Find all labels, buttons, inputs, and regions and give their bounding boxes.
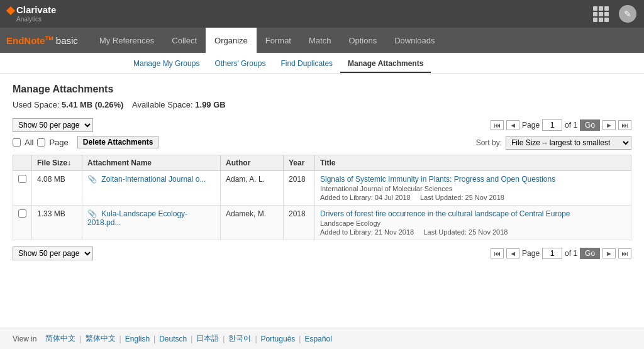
row2-checkbox[interactable]	[18, 209, 26, 218]
avail-value: 1.99 GB	[195, 100, 225, 109]
sort-row: Sort by: File Size -- largest to smalles…	[476, 136, 631, 150]
used-value: 5.41 MB (0.26%)	[62, 100, 123, 109]
footer-lang-en[interactable]: English	[125, 335, 150, 343]
row1-title-link[interactable]: Signals of Systemic Immunity in Plants: …	[320, 175, 555, 184]
next-page-btn-top[interactable]: ►	[602, 120, 616, 130]
per-page-select-top[interactable]: Show 50 per page Show 25 per page Show 1…	[13, 118, 93, 132]
page-label-top: Page	[522, 121, 540, 130]
table-row: 4.08 MB 📎 Zoltan-International Journal o…	[13, 171, 631, 206]
page-title: Manage Attachments	[13, 84, 631, 95]
nav-item-organize[interactable]: Organize	[206, 28, 257, 53]
space-info: Used Space: 5.41 MB (0.26%) Available Sp…	[13, 100, 631, 109]
clarivate-logo: Clarivate	[8, 5, 56, 16]
row2-check-cell	[13, 206, 32, 240]
last-page-btn-top[interactable]: ⏭	[618, 120, 631, 130]
app-tm: TM	[45, 35, 53, 42]
row1-attachment: 📎 Zoltan-International Journal o...	[82, 171, 221, 206]
row1-title: Signals of Systemic Immunity in Plants: …	[315, 171, 631, 206]
nav-item-format[interactable]: Format	[257, 28, 300, 53]
row1-meta: Added to Library: 04 Jul 2018 Last Updat…	[320, 194, 626, 201]
bottom-toolbar-left: Show 50 per page	[13, 247, 93, 260]
th-author: Author	[221, 155, 284, 171]
row2-file-size: 1.33 MB	[32, 206, 82, 240]
footer-lang-pt[interactable]: Português	[261, 335, 296, 343]
subnav-manage-my-groups[interactable]: Manage My Groups	[126, 57, 207, 73]
references-table: File Size↓ Attachment Name Author Year T…	[13, 155, 631, 240]
main-content: Manage Attachments Used Space: 5.41 MB (…	[0, 74, 644, 273]
app-title: EndNoteTM basic	[6, 35, 78, 46]
toolbar-top: Show 50 per page Show 25 per page Show 1…	[13, 118, 631, 132]
check-row: All Page Delete Attachments	[13, 136, 158, 148]
footer-lang-de[interactable]: Deutsch	[159, 335, 187, 343]
subnav-find-duplicates[interactable]: Find Duplicates	[273, 57, 340, 73]
sort-select[interactable]: File Size -- largest to smallest File Si…	[506, 136, 631, 150]
footer-lang-zh-simplified[interactable]: 简体中文	[45, 333, 75, 344]
row1-checkbox[interactable]	[18, 175, 26, 183]
first-page-btn-top[interactable]: ⏮	[491, 120, 504, 130]
nav-item-my-references[interactable]: My References	[91, 28, 163, 53]
logo-area: Clarivate Analytics	[8, 5, 56, 23]
check-page[interactable]	[37, 138, 45, 147]
th-attachment-name: Attachment Name	[82, 155, 221, 171]
next-page-btn-bottom[interactable]: ►	[602, 248, 616, 258]
user-avatar[interactable]: ✎	[619, 5, 636, 23]
row2-meta: Added to Library: 21 Nov 2018 Last Updat…	[320, 228, 626, 236]
page-footer: View in 简体中文 | 繁体中文 | English | Deutsch …	[0, 328, 644, 349]
app-type: basic	[56, 35, 78, 46]
footer-lang-zh-traditional[interactable]: 繁体中文	[86, 333, 116, 344]
nav-item-match[interactable]: Match	[300, 28, 340, 53]
apps-grid-icon[interactable]	[593, 6, 609, 22]
subnav-manage-attachments[interactable]: Manage Attachments	[340, 57, 431, 73]
last-page-btn-bottom[interactable]: ⏭	[618, 248, 631, 258]
go-btn-bottom[interactable]: Go	[580, 248, 600, 259]
row1-file-size: 4.08 MB	[32, 171, 82, 206]
diamond-icon	[6, 6, 15, 14]
row1-journal: International Journal of Molecular Scien…	[320, 185, 626, 192]
logo-text: Clarivate	[16, 5, 56, 16]
prev-page-btn-bottom[interactable]: ◄	[506, 248, 519, 258]
row2-year: 2018	[284, 206, 315, 240]
check-page-label: Page	[49, 138, 68, 147]
row2-title-link[interactable]: Drivers of forest fire occurrence in the…	[320, 209, 570, 218]
toolbar-left: Show 50 per page Show 25 per page Show 1…	[13, 118, 93, 132]
delete-attachments-btn[interactable]: Delete Attachments	[77, 136, 159, 148]
of-label-bottom: of 1	[565, 249, 577, 258]
row1-attachment-link[interactable]: Zoltan-International Journal o...	[101, 175, 206, 184]
check-all-label: All	[25, 138, 33, 147]
nav-bar: EndNoteTM basic My References Collect Or…	[0, 28, 644, 53]
sub-nav: Manage My Groups Others' Groups Find Dup…	[0, 53, 644, 74]
footer-lang-es[interactable]: Español	[304, 335, 331, 343]
pagination-bottom: ⏮ ◄ Page of 1 Go ► ⏭	[491, 248, 631, 259]
top-bar-right: ✎	[593, 5, 636, 23]
row1-author: Adam, A. L.	[221, 171, 284, 206]
nav-item-options[interactable]: Options	[340, 28, 386, 53]
nav-item-downloads[interactable]: Downloads	[386, 28, 443, 53]
per-page-select-bottom[interactable]: Show 50 per page	[13, 247, 93, 260]
footer-lang-ja[interactable]: 日本語	[196, 333, 219, 344]
page-input-bottom[interactable]	[542, 248, 562, 259]
top-bar: Clarivate Analytics ✎	[0, 0, 644, 28]
row2-attachment-link[interactable]: Kula-Landscape Ecology-2018.pd...	[87, 209, 187, 227]
app-name: EndNote	[6, 35, 45, 46]
nav-item-collect[interactable]: Collect	[163, 28, 206, 53]
table-row: 1.33 MB 📎 Kula-Landscape Ecology-2018.pd…	[13, 206, 631, 240]
analytics-label: Analytics	[16, 16, 56, 23]
used-label: Used Space:	[13, 100, 59, 109]
toolbar-bottom: Show 50 per page ⏮ ◄ Page of 1 Go ► ⏭	[13, 247, 631, 260]
pagination-top: ⏮ ◄ Page of 1 Go ► ⏭	[491, 119, 631, 131]
row2-attachment: 📎 Kula-Landscape Ecology-2018.pd...	[82, 206, 221, 240]
subnav-others-groups[interactable]: Others' Groups	[207, 57, 273, 73]
th-file-size[interactable]: File Size↓	[32, 155, 82, 171]
first-page-btn-bottom[interactable]: ⏮	[491, 248, 504, 258]
prev-page-btn-top[interactable]: ◄	[506, 120, 519, 130]
sort-label: Sort by:	[476, 138, 502, 147]
footer-lang-ko[interactable]: 한국어	[228, 333, 251, 344]
page-label-bottom: Page	[522, 249, 540, 258]
nav-items: My References Collect Organize Format Ma…	[91, 28, 444, 53]
paperclip-icon-1: 📎	[87, 175, 97, 184]
page-input-top[interactable]	[542, 119, 562, 131]
th-title: Title	[315, 155, 631, 171]
go-btn-top[interactable]: Go	[580, 119, 600, 131]
check-all[interactable]	[13, 138, 21, 147]
paperclip-icon-2: 📎	[87, 209, 97, 218]
